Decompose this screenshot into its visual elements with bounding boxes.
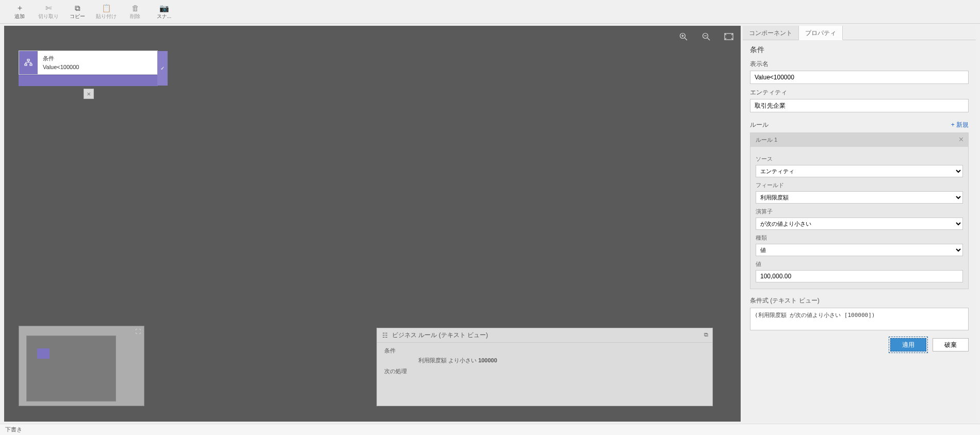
minimap-viewport — [26, 336, 116, 401]
scissors-icon: ✄ — [45, 4, 52, 13]
svg-rect-8 — [27, 59, 29, 61]
rule-1-title: ルール 1 — [756, 137, 777, 143]
tv-condition-expr: 利用限度額 より小さい 100000 — [418, 357, 705, 364]
copy-button[interactable]: ⧉コピー — [63, 1, 92, 23]
rule-close-icon[interactable]: ✕ — [958, 136, 964, 143]
panel-tabs: コンポーネント プロパティ — [743, 26, 976, 40]
node-no-handle[interactable]: ✕ — [84, 89, 94, 99]
copy-label: コピー — [70, 13, 85, 20]
minimap-expand-icon[interactable]: ⛶ — [135, 328, 141, 334]
entity-label: エンティティ — [750, 88, 969, 97]
apply-button[interactable]: 適用 — [890, 338, 926, 352]
fit-screen-button[interactable] — [723, 31, 734, 42]
type-select[interactable]: 値 — [756, 244, 963, 256]
text-view-header: ☷ ビジネス ルール (テキスト ビュー) ⧉ — [377, 328, 712, 343]
rules-label: ルール — [750, 121, 769, 129]
tab-components[interactable]: コンポーネント — [743, 26, 799, 40]
svg-line-1 — [685, 38, 688, 41]
minimap[interactable]: ⛶ — [19, 326, 144, 406]
snapshot-button[interactable]: 📷スナ... — [150, 1, 178, 23]
paste-label: 貼り付け — [96, 13, 117, 20]
add-label: 追加 — [14, 13, 25, 20]
type-label: 種類 — [756, 234, 963, 242]
tv-condition-label: 条件 — [384, 347, 705, 355]
add-rule-button[interactable]: + 新規 — [951, 121, 969, 129]
status-text: 下書き — [5, 426, 22, 432]
display-name-input[interactable] — [750, 71, 969, 84]
field-label: フィールド — [756, 181, 963, 189]
entity-input[interactable] — [750, 99, 969, 112]
canvas-controls — [678, 31, 734, 42]
panel-scroll[interactable]: 条件 表示名 エンティティ ルール + 新規 ルール 1 ✕ ソース エンティテ… — [743, 40, 976, 422]
source-label: ソース — [756, 155, 963, 163]
trash-icon: 🗑 — [132, 4, 139, 13]
node-action-bar — [19, 75, 158, 86]
zoom-in-button[interactable] — [678, 31, 689, 42]
rule-1-header: ルール 1 ✕ — [750, 133, 968, 147]
rule-1-body: ソース エンティティ フィールド 利用限度額 演算子 が次の値より小さい 種類 … — [750, 147, 968, 289]
copy-icon: ⧉ — [75, 4, 80, 13]
discard-button[interactable]: 破棄 — [933, 338, 969, 352]
display-name-label: 表示名 — [750, 60, 969, 69]
business-rule-text-view: ☷ ビジネス ルール (テキスト ビュー) ⧉ 条件 利用限度額 より小さい 1… — [377, 328, 713, 406]
paste-button[interactable]: 📋貼り付け — [92, 1, 121, 23]
svg-rect-9 — [25, 64, 27, 65]
camera-icon: 📷 — [159, 4, 169, 13]
popout-icon[interactable]: ⧉ — [704, 331, 708, 338]
zoom-out-button[interactable] — [700, 31, 712, 42]
panel-title: 条件 — [750, 45, 969, 55]
properties-panel: コンポーネント プロパティ 条件 表示名 エンティティ ルール + 新規 ルール… — [743, 26, 976, 422]
value-input[interactable] — [756, 270, 963, 282]
operator-label: 演算子 — [756, 208, 963, 215]
button-row: 適用 破棄 — [750, 338, 969, 352]
text-view-title: ビジネス ルール (テキスト ビュー) — [392, 331, 488, 340]
main: 条件 Value<100000 ✓ ✕ ⛶ ☷ ビジネス ルール (テキスト ビ… — [0, 24, 980, 424]
flow-icon: ☷ — [382, 332, 388, 339]
condition-node[interactable]: 条件 Value<100000 ✓ ✕ — [19, 51, 158, 86]
source-select[interactable]: エンティティ — [756, 165, 963, 177]
cut-button[interactable]: ✄切り取り — [34, 1, 63, 23]
field-select[interactable]: 利用限度額 — [756, 191, 963, 204]
tab-properties[interactable]: プロパティ — [799, 26, 843, 40]
status-bar: 下書き — [0, 424, 980, 435]
svg-rect-10 — [30, 64, 32, 65]
hierarchy-icon — [19, 51, 38, 74]
delete-button[interactable]: 🗑削除 — [121, 1, 150, 23]
text-view-body: 条件 利用限度額 より小さい 100000 次の処理 — [377, 343, 712, 381]
rule-1: ルール 1 ✕ ソース エンティティ フィールド 利用限度額 演算子 が次の値よ… — [750, 132, 969, 289]
node-yes-handle[interactable]: ✓ — [157, 51, 168, 86]
snapshot-label: スナ... — [157, 13, 171, 20]
rules-header: ルール + 新規 — [750, 121, 969, 129]
value-label: 値 — [756, 260, 963, 268]
plus-icon: ＋ — [16, 4, 24, 13]
node-title: 条件 — [43, 54, 152, 63]
cut-label: 切り取り — [38, 13, 59, 20]
node-body: 条件 Value<100000 — [38, 51, 157, 74]
paste-icon: 📋 — [102, 4, 111, 13]
condition-expr-textarea[interactable] — [750, 308, 969, 330]
node-subtitle: Value<100000 — [43, 63, 152, 72]
operator-select[interactable]: が次の値より小さい — [756, 217, 963, 230]
add-button[interactable]: ＋追加 — [5, 1, 34, 23]
condition-expr-label: 条件式 (テキスト ビュー) — [750, 296, 969, 305]
delete-label: 削除 — [130, 13, 140, 20]
canvas[interactable]: 条件 Value<100000 ✓ ✕ ⛶ ☷ ビジネス ルール (テキスト ビ… — [4, 26, 741, 422]
minimap-node — [37, 348, 50, 359]
svg-line-5 — [708, 38, 710, 41]
toolbar: ＋追加 ✄切り取り ⧉コピー 📋貼り付け 🗑削除 📷スナ... — [0, 0, 980, 24]
tv-next-label: 次の処理 — [384, 367, 705, 375]
